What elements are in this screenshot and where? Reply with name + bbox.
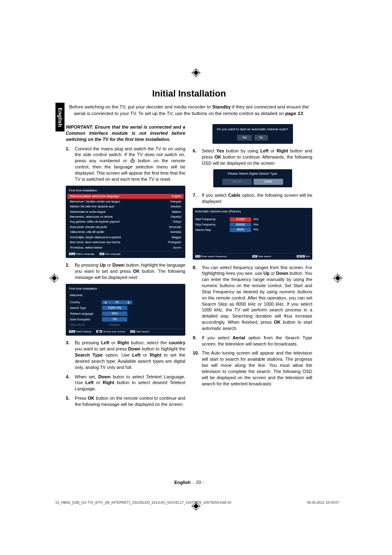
osd-form-row: Teletext LanguageWest	[67, 311, 184, 317]
steps-left-3: By pressing Left or Right button, select…	[66, 340, 185, 407]
osd-title: First time installation	[67, 187, 184, 194]
yes-button[interactable]: Yes	[237, 135, 251, 140]
osd-search-type: Please Select Digital Search Type Aerial…	[213, 169, 292, 187]
osd-row: Tervetuloa, valitse kielesi!Suomi	[67, 245, 184, 250]
steps-left: Connect the mains plug and switch the TV…	[66, 146, 185, 182]
page-ref: page 13	[285, 111, 303, 116]
osd-footer: 0..9Enter search frequencyOKStart search…	[193, 253, 312, 259]
osd-hint: Select Language	[76, 253, 95, 255]
osd-form-row: Country◀UK▶	[67, 299, 184, 305]
osd-welcome-label: Welcome!	[67, 292, 184, 299]
steps-right-3: You can select frequency ranges from thi…	[193, 265, 312, 387]
footer-language: English	[174, 480, 191, 485]
osd-text: English	[172, 194, 181, 198]
step-1: Connect the mains plug and switch the TV…	[66, 146, 185, 182]
step-6: Select Yes button by using Left or Right…	[193, 148, 312, 166]
osd-question: Do you want to start an automatic channe…	[216, 127, 290, 131]
text-bold: Standby	[212, 104, 231, 109]
step-3: By pressing Left or Right button, select…	[66, 340, 185, 370]
registration-mark-icon	[333, 273, 343, 283]
osd-row: Hoş geldiniz, lütfen dil seçimini yapını…	[67, 219, 184, 224]
osd-row: Üdvözöljük, kérjük válassza ki a nyelvet…	[67, 235, 184, 240]
text: .	[303, 111, 304, 116]
osd-form-row: Scan EncryptedYes	[67, 316, 184, 322]
osd-row: Bienvenido, seleccione un idiomaEspañol	[67, 214, 184, 219]
osd-title: Automatic channel scan (Retune)	[193, 208, 312, 215]
important-note: IMPORTANT: Ensure that the aerial is con…	[66, 124, 185, 143]
osd-welcome-form: First time installation Welcome! Country…	[66, 284, 185, 336]
osd-language-list: First time installation Welcome please s…	[66, 186, 185, 258]
osd-row: Bem-vindo, favor selecionar seu idiomaPo…	[67, 240, 184, 245]
osd-row-selected: Welcome please select your language! Eng…	[67, 194, 184, 199]
intro-paragraph: Before switching on the TV, put your dec…	[66, 104, 312, 117]
osd-footer: ▼▲Select Language OKSet Language	[67, 251, 184, 256]
right-column: Do you want to start an automatic channe…	[193, 124, 312, 411]
osd-freq-row: Start Frequency114000KHz	[195, 217, 310, 222]
steps-left-2: By pressing Up or Down button, highlight…	[66, 262, 185, 281]
osd-hint: Set Language	[105, 253, 120, 255]
osd-title: First time installation	[67, 286, 184, 292]
steps-right-2: If you select Cable option, the followin…	[193, 192, 312, 205]
page: English Initial Installation Before swit…	[0, 0, 392, 555]
content: Initial Installation Before switching on…	[66, 88, 312, 411]
osd-form-row: Search TypeDigital only	[67, 305, 184, 311]
aerial-button[interactable]: Aerial	[222, 179, 252, 185]
step-5: Press OK button on the remote control to…	[66, 395, 185, 408]
keycap-icon: OK	[99, 253, 104, 255]
page-footer: English - 20 -	[66, 480, 312, 485]
osd-form-row: Store ModeDisabled	[67, 322, 184, 328]
cable-button[interactable]: Cable	[254, 179, 283, 185]
keycap-icon: ▼▲	[69, 253, 75, 255]
osd-question: Please Select Digital Search Type	[216, 172, 290, 176]
left-column: IMPORTANT: Ensure that the aerial is con…	[66, 124, 185, 411]
no-button[interactable]: No	[254, 135, 268, 140]
indd-filename: 01_MB62_[GB]_(01-TV)_IDTV_(IB_INTERNET)_…	[55, 500, 231, 504]
footer-page-number: - 20 -	[193, 480, 204, 485]
osd-row: Välkommen, välj ditt språk!Svenska	[67, 230, 184, 235]
indd-slug: 01_MB62_[GB]_(01-TV)_IDTV_(IB_INTERNET)_…	[55, 500, 339, 504]
steps-right: Select Yes button by using Left or Right…	[193, 148, 312, 166]
osd-footer: ▼▲Select Setting◀▶Choose your countryOKS…	[67, 329, 184, 334]
text: Before switching on the TV, put your dec…	[69, 104, 212, 109]
step-4: When set, Down buton to select Teletext …	[66, 374, 185, 392]
osd-retune: Automatic channel scan (Retune) Start Fr…	[193, 208, 312, 260]
registration-mark-icon	[191, 68, 201, 78]
osd-row: Selezionate la vostra lingua!Italiano	[67, 209, 184, 214]
step-2: By pressing Up or Down button, highlight…	[66, 262, 185, 281]
step-8: You can select frequency ranges from thi…	[193, 265, 312, 332]
osd-freq-row: Search Step08000KHz	[195, 227, 310, 233]
step-7: If you select Cable option, the followin…	[193, 192, 312, 205]
two-columns: IMPORTANT: Ensure that the aerial is con…	[66, 124, 312, 411]
page-title: Initial Installation	[66, 88, 312, 99]
step-9: If you select Aerial option from the Sea…	[193, 335, 312, 347]
osd-row: Wählen Sie bitte Ihre Sprache aus!Deutsc…	[67, 204, 184, 209]
osd-row: Dobrodošli, izberite vaš jezik!Slovenski	[67, 224, 184, 229]
osd-text: Welcome please select your language!	[70, 194, 119, 198]
step-10: The Auto tuning screen will appear and t…	[193, 350, 312, 387]
osd-row: Bienvenue ! Veuillez choisir une langue.…	[67, 199, 184, 204]
language-tab: English	[55, 103, 65, 131]
registration-mark-icon	[49, 273, 59, 283]
osd-freq-row: Stop Frequency858000KHz	[195, 222, 310, 228]
indd-timestamp: 05.05.2012 18:49:07	[307, 500, 339, 504]
osd-auto-scan-dialog: Do you want to start an automatic channe…	[212, 124, 293, 144]
